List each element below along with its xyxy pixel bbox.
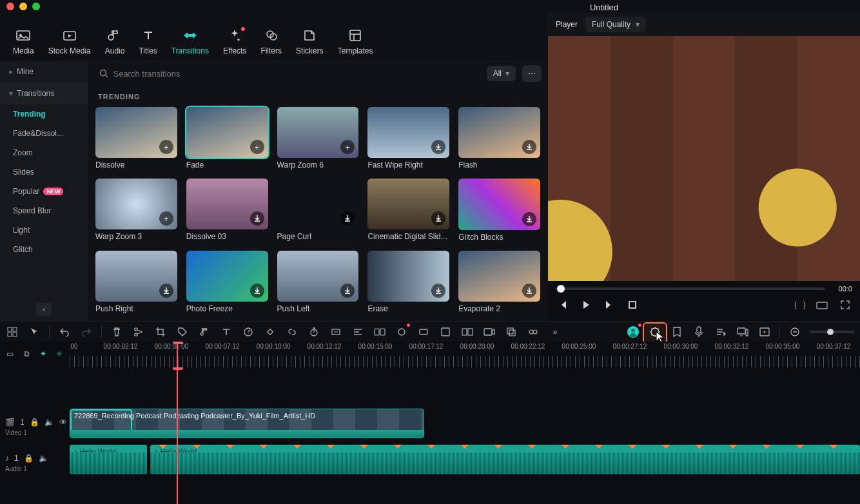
playhead[interactable] [177,342,178,367]
beat-marker[interactable] [460,445,469,449]
transition-card[interactable]: Fast Wipe Right [367,107,449,170]
transition-thumb[interactable] [367,107,449,158]
transition-thumb[interactable] [186,179,268,229]
download-icon[interactable] [431,140,445,154]
beat-marker[interactable] [594,445,603,449]
tab-stickers[interactable]: Stickers [296,28,324,55]
lock-icon[interactable]: 🔒 [30,418,39,427]
camera-button[interactable] [482,325,496,339]
audio-clip-b[interactable]: ♪Hello World [150,445,860,474]
transition-card[interactable]: +Fade [186,107,268,170]
download-icon[interactable] [250,211,264,226]
stop-button[interactable] [625,298,640,312]
download-icon[interactable] [340,284,355,298]
queue-button[interactable] [714,325,728,339]
stack-button[interactable] [460,325,474,339]
sidebar-item-zoom[interactable]: Zoom [0,143,88,162]
sidebar-item-popular[interactable]: PopularNEW [0,182,88,201]
transition-thumb[interactable]: + [95,107,177,158]
playhead-line[interactable] [177,367,178,504]
beat-marker[interactable] [259,445,268,449]
transition-thumb[interactable] [277,179,359,229]
search-input[interactable] [113,69,474,79]
music-button[interactable] [197,325,211,339]
convert-button[interactable] [373,325,387,339]
mark-out-button[interactable]: } [803,300,806,309]
transition-thumb[interactable] [458,179,540,229]
beat-marker[interactable] [695,445,704,449]
preview-viewport[interactable] [548,36,860,281]
beat-marker[interactable] [393,445,402,449]
text-button[interactable] [219,325,233,339]
transition-card[interactable]: Flash [458,107,540,170]
scrub-handle[interactable] [557,285,565,293]
video-clip[interactable]: 722869_Recording Podcast Podcasting Podc… [70,409,424,438]
mic-button[interactable] [692,325,706,339]
beat-marker[interactable] [360,445,369,449]
fullscreen-button[interactable] [838,298,852,312]
timeline-tracks[interactable]: 722869_Recording Podcast Podcasting Podc… [70,367,860,504]
add-icon[interactable]: + [159,211,173,226]
device-button[interactable] [736,325,750,339]
tab-filters[interactable]: Filters [260,28,282,55]
zoom-out-button[interactable] [788,325,802,339]
beat-marker[interactable] [661,445,670,449]
beat-marker[interactable] [226,445,235,449]
video-track-head[interactable]: 🎬1 🔒 🔈 👁 Video 1 [0,409,70,445]
speed-button[interactable] [241,325,255,339]
transition-thumb[interactable]: + [186,107,268,158]
tab-effects[interactable]: Effects [223,28,246,55]
sidebar-item-slides[interactable]: Slides [0,162,88,182]
audio-clip-a[interactable]: ♪Hello World [70,445,147,474]
mute-icon[interactable]: 🔈 [44,418,54,427]
transition-thumb[interactable] [367,251,449,302]
bookmark-button[interactable] [670,325,684,339]
tab-templates[interactable]: Templates [338,28,373,55]
tool-layout-button[interactable] [5,325,19,339]
transition-card[interactable]: Dissolve 03 [186,179,268,241]
window-close-button[interactable] [6,3,14,10]
prev-frame-button[interactable] [556,298,570,312]
beat-marker[interactable] [527,445,536,449]
timeline-ruler[interactable]: 00:0000:00:02:1200:00:05:0000:00:07:1200… [70,342,860,367]
clip-button[interactable] [438,325,453,339]
tool-select-button[interactable] [27,325,41,339]
download-icon[interactable] [522,284,536,298]
sidebar-group-transitions[interactable]: ▾ Transitions [0,82,88,104]
add-icon[interactable]: + [340,140,355,154]
lock-icon[interactable]: 🔒 [24,454,34,463]
link-button[interactable] [285,325,299,339]
tab-stock-media[interactable]: Stock Media [48,28,91,55]
timeline-auto-button[interactable]: ✧ [55,347,65,361]
beat-marker[interactable] [762,445,771,449]
mute-icon[interactable]: 🔈 [39,454,48,463]
zoom-slider[interactable] [810,331,855,333]
add-icon[interactable]: + [159,140,173,154]
sidebar-item-speedblur[interactable]: Speed Blur [0,201,88,220]
transition-thumb[interactable] [95,251,177,302]
download-icon[interactable] [159,284,173,298]
transition-card[interactable]: Photo Freeze [186,251,268,313]
sidebar-item-glitch[interactable]: Glitch [0,240,88,259]
sidebar-item-fade[interactable]: Fade&Dissol... [0,124,88,143]
group-button[interactable] [416,325,431,339]
snapshot-button[interactable] [815,298,829,312]
more-menu-button[interactable]: ⋯ [522,65,542,82]
quality-dropdown[interactable]: Full Quality ▾ [585,17,646,32]
overflow-button[interactable]: » [548,325,562,339]
avatar-button[interactable] [626,325,640,339]
transition-thumb[interactable] [458,107,540,158]
beat-marker[interactable] [293,445,302,449]
transition-card[interactable]: +Warp Zoom 3 [95,179,177,241]
transition-thumb[interactable] [186,251,268,302]
transition-card[interactable]: Push Right [95,251,177,313]
undo-button[interactable] [57,325,72,339]
transition-card[interactable]: Glitch Blocks [458,179,540,241]
download-icon[interactable] [250,284,264,298]
transition-card[interactable]: Evaporate 2 [458,251,540,313]
filter-all-dropdown[interactable]: All ▾ [487,66,516,81]
next-frame-button[interactable] [602,298,616,312]
download-icon[interactable] [431,284,445,298]
tab-transitions[interactable]: Transitions [171,28,209,55]
transition-card[interactable]: Erase [367,251,449,313]
